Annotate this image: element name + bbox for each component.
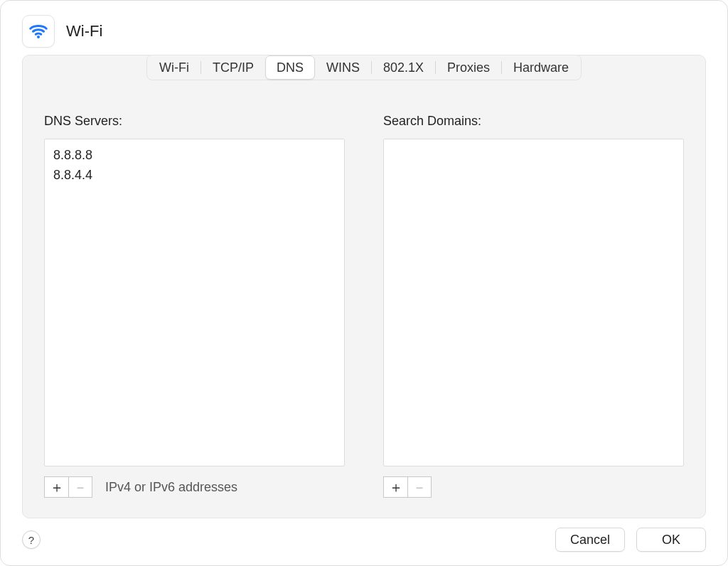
remove-search-domain-button[interactable]: － [407, 476, 432, 498]
tab-proxies[interactable]: Proxies [436, 56, 501, 79]
content-panel: Wi-Fi TCP/IP DNS WINS 802.1X Proxies Har… [22, 55, 706, 518]
tab-label: TCP/IP [213, 60, 254, 75]
dns-servers-footer: ＋ － IPv4 or IPv6 addresses [44, 476, 345, 498]
tab-tcpip[interactable]: TCP/IP [201, 56, 265, 79]
dns-servers-column: DNS Servers: 8.8.8.8 8.8.4.4 ＋ － IPv4 or… [44, 114, 345, 498]
add-remove-group: ＋ － [383, 476, 432, 498]
tab-wifi[interactable]: Wi-Fi [148, 56, 200, 79]
tab-label: DNS [277, 60, 304, 75]
tab-label: Wi-Fi [159, 60, 189, 75]
plus-icon: ＋ [389, 480, 403, 494]
tab-label: WINS [326, 60, 360, 75]
tab-label: Hardware [513, 60, 569, 75]
search-domains-label: Search Domains: [383, 114, 684, 129]
page-title: Wi-Fi [66, 22, 102, 41]
dns-servers-label: DNS Servers: [44, 114, 345, 129]
network-wifi-dns-panel: Wi-Fi Wi-Fi TCP/IP DNS WINS 802.1X Proxi… [0, 0, 728, 566]
minus-icon: － [412, 480, 427, 494]
add-search-domain-button[interactable]: ＋ [383, 476, 407, 498]
tab-bar: Wi-Fi TCP/IP DNS WINS 802.1X Proxies Har… [146, 55, 582, 80]
plus-icon: ＋ [50, 480, 64, 494]
search-domains-footer: ＋ － [383, 476, 684, 498]
dns-hint: IPv4 or IPv6 addresses [105, 480, 237, 495]
cancel-button[interactable]: Cancel [555, 528, 625, 552]
search-domains-list[interactable] [383, 139, 684, 466]
tab-label: Proxies [447, 60, 490, 75]
columns: DNS Servers: 8.8.8.8 8.8.4.4 ＋ － IPv4 or… [44, 114, 684, 498]
bottom-bar: ? Cancel OK [1, 518, 727, 565]
minus-icon: － [73, 480, 87, 494]
header: Wi-Fi [1, 1, 727, 55]
list-item[interactable]: 8.8.8.8 [53, 145, 336, 165]
list-item[interactable]: 8.8.4.4 [53, 165, 336, 185]
tab-wins[interactable]: WINS [315, 56, 371, 79]
help-icon: ? [28, 534, 34, 546]
tab-dns[interactable]: DNS [265, 55, 315, 80]
tab-label: 802.1X [383, 60, 424, 75]
search-domains-column: Search Domains: ＋ － [383, 114, 684, 498]
tab-hardware[interactable]: Hardware [502, 56, 580, 79]
remove-dns-server-button[interactable]: － [68, 476, 92, 498]
wifi-icon [22, 15, 55, 48]
add-dns-server-button[interactable]: ＋ [44, 476, 68, 498]
help-button[interactable]: ? [22, 530, 41, 549]
tab-8021x[interactable]: 802.1X [372, 56, 435, 79]
button-label: OK [662, 533, 680, 548]
svg-point-0 [37, 36, 40, 38]
button-label: Cancel [570, 533, 610, 548]
ok-button[interactable]: OK [636, 528, 706, 552]
add-remove-group: ＋ － [44, 476, 92, 498]
dns-servers-list[interactable]: 8.8.8.8 8.8.4.4 [44, 139, 345, 466]
